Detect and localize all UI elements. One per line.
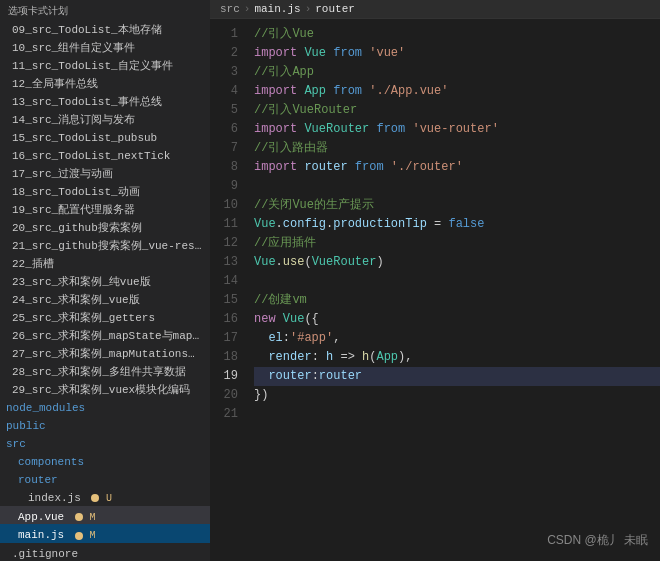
code-line-6: import VueRouter from 'vue-router': [254, 120, 660, 139]
code-area: 1 2 3 4 5 6 7 8 9 10 11 12 13 14 15 16 1…: [210, 19, 660, 561]
code-line-1: //引入Vue: [254, 25, 660, 44]
code-line-20: }): [254, 386, 660, 405]
main-dot: [75, 532, 83, 540]
code-line-11: Vue.config.productionTip = false: [254, 215, 660, 234]
sidebar-item-20[interactable]: 29_src_求和案例_vuex模块化编码: [0, 379, 210, 397]
code-line-4: import App from './App.vue': [254, 82, 660, 101]
ln-18: 18: [210, 348, 238, 367]
sidebar-item-9[interactable]: 18_src_TodoList_动画: [0, 181, 210, 199]
code-lines[interactable]: //引入Vue import Vue from 'vue' //引入App im…: [248, 19, 660, 561]
ln-13: 13: [210, 253, 238, 272]
code-line-3: //引入App: [254, 63, 660, 82]
ln-12: 12: [210, 234, 238, 253]
code-line-18: render: h => h(App),: [254, 348, 660, 367]
sidebar-item-10[interactable]: 19_src_配置代理服务器: [0, 199, 210, 217]
ln-9: 9: [210, 177, 238, 196]
sidebar-item-12[interactable]: 21_src_github搜索案例_vue-resource: [0, 235, 210, 253]
app-status: M: [89, 512, 95, 523]
code-line-12: //应用插件: [254, 234, 660, 253]
breadcrumb-mainjs: main.js: [254, 3, 300, 15]
code-line-17: el:'#app',: [254, 329, 660, 348]
ln-11: 11: [210, 215, 238, 234]
breadcrumb: src › main.js › router: [210, 0, 660, 19]
sidebar-item-14[interactable]: 23_src_求和案例_纯vue版: [0, 271, 210, 289]
app-dot: [75, 513, 83, 521]
code-line-7: //引入路由器: [254, 139, 660, 158]
sidebar-item-7[interactable]: 16_src_TodoList_nextTick: [0, 145, 210, 163]
sidebar-header: 选项卡式计划: [0, 0, 210, 19]
code-line-8: import router from './router': [254, 158, 660, 177]
code-line-19: router:router: [254, 367, 660, 386]
sidebar-item-node-modules[interactable]: node_modules: [0, 397, 210, 415]
index-dot: [91, 494, 99, 502]
code-line-5: //引入VueRouter: [254, 101, 660, 120]
ln-5: 5: [210, 101, 238, 120]
ln-6: 6: [210, 120, 238, 139]
sidebar-item-router[interactable]: router: [0, 469, 210, 487]
sidebar-item-16[interactable]: 25_src_求和案例_getters: [0, 307, 210, 325]
sidebar-item-11[interactable]: 20_src_github搜索案例: [0, 217, 210, 235]
sidebar-item-8[interactable]: 17_src_过渡与动画: [0, 163, 210, 181]
sidebar-item-indexjs[interactable]: index.js U: [0, 487, 210, 506]
ln-10: 10: [210, 196, 238, 215]
ln-20: 20: [210, 386, 238, 405]
ln-4: 4: [210, 82, 238, 101]
ln-19: 19: [210, 367, 238, 386]
ln-17: 17: [210, 329, 238, 348]
sidebar-item-6[interactable]: 15_src_TodoList_pubsub: [0, 127, 210, 145]
breadcrumb-router: router: [315, 3, 355, 15]
ln-8: 8: [210, 158, 238, 177]
sidebar-item-3[interactable]: 12_全局事件总线: [0, 73, 210, 91]
ln-1: 1: [210, 25, 238, 44]
code-line-15: //创建vm: [254, 291, 660, 310]
sidebar: 选项卡式计划 09_src_TodoList_本地存储 10_src_组件自定义…: [0, 0, 210, 561]
sidebar-item-components[interactable]: components: [0, 451, 210, 469]
sidebar-item-15[interactable]: 24_src_求和案例_vue版: [0, 289, 210, 307]
sidebar-item-17[interactable]: 26_src_求和案例_mapState与mapGett...: [0, 325, 210, 343]
sidebar-item-2[interactable]: 11_src_TodoList_自定义事件: [0, 55, 210, 73]
code-line-10: //关闭Vue的生产提示: [254, 196, 660, 215]
watermark: CSDN @桅丿 未眠: [547, 532, 648, 549]
breadcrumb-src: src: [220, 3, 240, 15]
code-line-13: Vue.use(VueRouter): [254, 253, 660, 272]
breadcrumb-sep2: ›: [305, 3, 312, 15]
sidebar-item-appvue[interactable]: App.vue M: [0, 506, 210, 525]
ln-15: 15: [210, 291, 238, 310]
code-line-9: [254, 177, 660, 196]
sidebar-item-4[interactable]: 13_src_TodoList_事件总线: [0, 91, 210, 109]
ln-16: 16: [210, 310, 238, 329]
ln-7: 7: [210, 139, 238, 158]
index-status: U: [106, 493, 112, 504]
sidebar-item-18[interactable]: 27_src_求和案例_mapMutations与ma...: [0, 343, 210, 361]
line-numbers: 1 2 3 4 5 6 7 8 9 10 11 12 13 14 15 16 1…: [210, 19, 248, 561]
sidebar-item-gitignore[interactable]: .gitignore: [0, 543, 210, 561]
sidebar-item-0[interactable]: 09_src_TodoList_本地存储: [0, 19, 210, 37]
sidebar-item-13[interactable]: 22_插槽: [0, 253, 210, 271]
code-line-2: import Vue from 'vue': [254, 44, 660, 63]
code-line-16: new Vue({: [254, 310, 660, 329]
ln-3: 3: [210, 63, 238, 82]
code-line-21: [254, 405, 660, 424]
sidebar-item-19[interactable]: 28_src_求和案例_多组件共享数据: [0, 361, 210, 379]
ln-14: 14: [210, 272, 238, 291]
main-status: M: [89, 530, 95, 541]
code-line-14: [254, 272, 660, 291]
sidebar-item-mainjs[interactable]: main.js M: [0, 524, 210, 543]
sidebar-item-public[interactable]: public: [0, 415, 210, 433]
sidebar-item-src[interactable]: src: [0, 433, 210, 451]
sidebar-item-5[interactable]: 14_src_消息订阅与发布: [0, 109, 210, 127]
editor: src › main.js › router 1 2 3 4 5 6 7 8 9…: [210, 0, 660, 561]
sidebar-item-1[interactable]: 10_src_组件自定义事件: [0, 37, 210, 55]
ln-21: 21: [210, 405, 238, 424]
ln-2: 2: [210, 44, 238, 63]
breadcrumb-sep1: ›: [244, 3, 251, 15]
